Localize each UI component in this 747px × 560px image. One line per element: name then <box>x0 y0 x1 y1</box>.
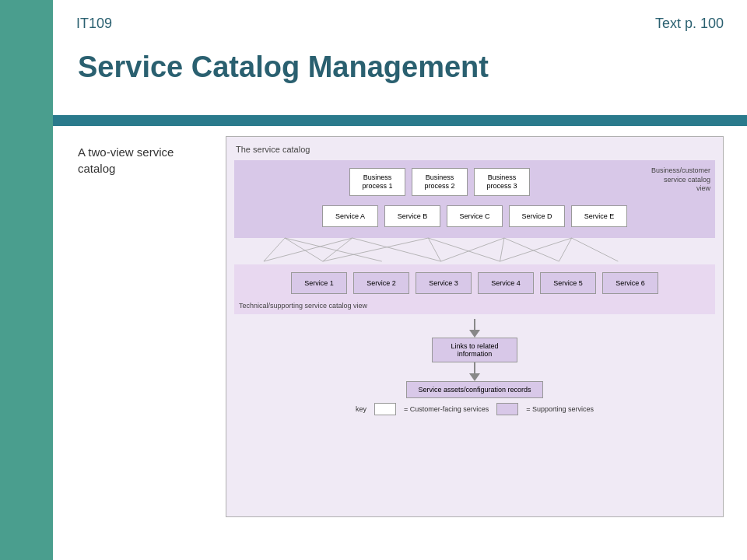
diagram-title: The service catalog <box>236 145 715 154</box>
svg-line-8 <box>428 238 500 261</box>
service-box-5: Service 5 <box>540 272 596 294</box>
key-box-white <box>374 403 396 415</box>
key-customer-label: = Customer-facing services <box>404 405 489 413</box>
title-area: Service Catalog Management <box>78 51 724 90</box>
svg-line-11 <box>504 238 559 261</box>
page-title: Service Catalog Management <box>78 51 724 84</box>
lower-view-label: Technical/supporting service catalog vie… <box>239 302 367 310</box>
bp-box-3: Business process 3 <box>474 168 530 196</box>
arrow-shaft-2 <box>474 362 475 373</box>
service-box-e: Service E <box>571 205 627 227</box>
arrow-links <box>469 319 480 338</box>
service-box-b: Service B <box>384 205 440 227</box>
svg-line-13 <box>559 238 571 261</box>
svg-line-9 <box>441 238 504 261</box>
svg-line-4 <box>323 238 352 261</box>
bp-box-2: Business process 2 <box>412 168 468 196</box>
service-box-6: Service 6 <box>602 272 658 294</box>
svg-line-2 <box>285 238 382 261</box>
svg-line-7 <box>428 238 440 261</box>
service-box-d: Service D <box>509 205 565 227</box>
svg-line-0 <box>264 238 285 261</box>
diagram-container: The service catalog Business/customerser… <box>226 136 724 544</box>
records-box: Service assets/configuration records <box>406 381 542 398</box>
arrow-records <box>469 362 480 381</box>
arrow-head-1 <box>469 330 480 338</box>
svg-line-5 <box>352 238 441 261</box>
left-description-area: A two-view service catalog <box>78 136 202 544</box>
links-box: Links to relatedinformation <box>432 338 517 362</box>
upper-section: Business/customerservice catalog view Bu… <box>234 160 715 238</box>
service-box-3: Service 3 <box>416 272 472 294</box>
left-green-bar <box>0 0 53 560</box>
bp-box-1: Business process 1 <box>349 168 405 196</box>
arrow-shaft-1 <box>474 319 475 330</box>
key-label: key <box>356 405 366 413</box>
service-box-c: Service C <box>447 205 503 227</box>
upper-view-label: Business/customerservice catalog view <box>648 166 710 194</box>
service-box-4: Service 4 <box>478 272 534 294</box>
content-area: A two-view service catalog The service c… <box>78 136 724 544</box>
svg-line-12 <box>500 238 572 261</box>
svg-line-6 <box>323 238 429 261</box>
service-box-1: Service 1 <box>291 272 347 294</box>
service-box-2: Service 2 <box>353 272 409 294</box>
svg-line-14 <box>572 238 619 261</box>
service-row-upper: Service A Service B Service C Service D … <box>242 205 707 227</box>
service-row-lower: Service 1 Service 2 Service 3 Service 4 … <box>242 272 707 294</box>
svg-line-10 <box>500 238 504 261</box>
top-bar: IT109 Text p. 100 <box>53 0 747 47</box>
arrow-head-2 <box>469 373 480 381</box>
svg-line-1 <box>285 238 323 261</box>
key-row: key = Customer-facing services = Support… <box>356 403 594 415</box>
key-supporting-label: = Supporting services <box>526 405 594 413</box>
svg-line-3 <box>264 238 352 261</box>
divider-bar <box>53 115 747 126</box>
service-box-a: Service A <box>322 205 378 227</box>
top-right-label: Text p. 100 <box>655 16 724 32</box>
below-diagram-area: Links to relatedinformation Service asse… <box>234 319 715 415</box>
connecting-lines <box>234 238 715 261</box>
business-process-row: Business process 1 Business process 2 Bu… <box>242 168 707 196</box>
diagram-outer: The service catalog Business/customerser… <box>226 136 724 517</box>
top-left-label: IT109 <box>76 16 112 32</box>
left-description: A two-view service catalog <box>78 144 202 177</box>
lower-section: Service 1 Service 2 Service 3 Service 4 … <box>234 264 715 314</box>
key-box-purple <box>496 403 518 415</box>
